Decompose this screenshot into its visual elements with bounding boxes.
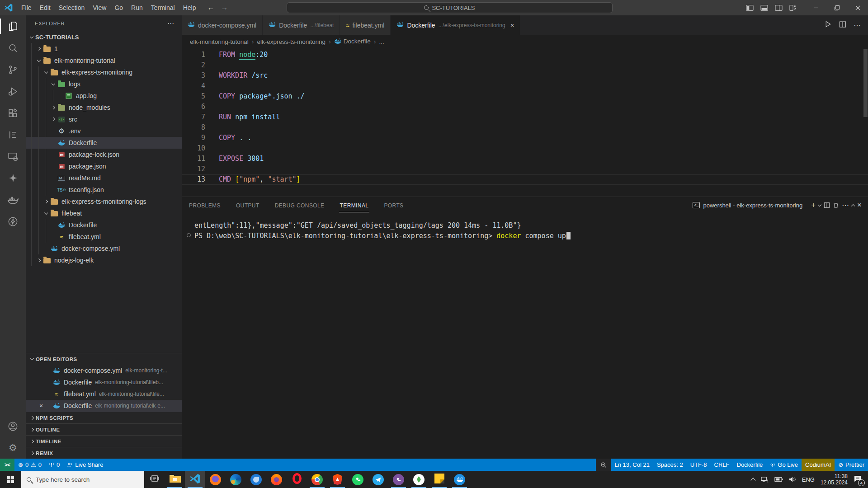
tree-item-dockerfile[interactable]: Dockerfile [26, 219, 182, 231]
live-share-button[interactable]: Live Share [63, 459, 107, 471]
explorer-more-icon[interactable]: ⋯ [167, 19, 175, 28]
panel-tab-ports[interactable]: PORTS [383, 198, 404, 212]
taskbar-telegram-icon[interactable] [368, 471, 388, 488]
menu-file[interactable]: File [17, 0, 36, 15]
status-spaces-2[interactable]: Spaces: 2 [653, 459, 687, 471]
close-panel-icon[interactable]: × [857, 201, 862, 210]
taskbar-sticky-notes-icon[interactable] [429, 471, 449, 488]
tree-item-elk-express-ts-monitoring[interactable]: elk-express-ts-monitoring [26, 66, 182, 78]
tree-item-elk-express-ts-monitoring-logs[interactable]: elk-express-ts-monitoring-logs [26, 196, 182, 207]
taskbar-docker-desktop-icon[interactable] [449, 471, 470, 488]
kill-terminal-icon[interactable] [833, 202, 839, 209]
activity-source-control-icon[interactable] [0, 59, 26, 80]
taskbar-viber-icon[interactable] [388, 471, 409, 488]
start-button[interactable] [0, 471, 21, 488]
remote-indicator[interactable]: >< [0, 459, 14, 471]
tree-item-package-json[interactable]: package.json [26, 160, 182, 172]
code-editor[interactable]: 1FROM node:2023WORKDIR /src45COPY packag… [182, 48, 868, 197]
activity-explorer-icon[interactable] [0, 15, 26, 37]
menu-go[interactable]: Go [110, 0, 127, 15]
tab-docker-compose.yml[interactable]: docker-compose.yml [182, 15, 263, 35]
tree-item--env[interactable]: ⚙.env [26, 125, 182, 137]
restore-button[interactable] [826, 0, 847, 15]
breadcrumb-item[interactable]: Dockerfile [334, 38, 371, 46]
taskbar-search[interactable]: Type here to search [21, 471, 144, 488]
tree-item-filebeat-yml[interactable]: ≈filebeat.yml [26, 231, 182, 243]
section-outline[interactable]: OUTLINE [26, 423, 182, 435]
activity-run-debug-icon[interactable] [0, 80, 26, 102]
taskbar-whatsapp-icon[interactable] [348, 471, 368, 488]
tree-item-tsconfig-json[interactable]: TS⚙tsconfig.json [26, 184, 182, 196]
tree-item-node-modules[interactable]: node_modules [26, 102, 182, 113]
tree-item-logs[interactable]: logs [26, 78, 182, 90]
menu-help[interactable]: Help [179, 0, 200, 15]
activity-settings-icon[interactable]: ⚙ [0, 437, 26, 459]
taskbar-task-view-icon[interactable] [144, 471, 165, 488]
panel-tab-terminal[interactable]: TERMINAL [339, 198, 370, 212]
activity-outline-icon[interactable] [0, 124, 26, 145]
toggle-secondary-sidebar-icon[interactable] [772, 1, 785, 14]
panel-tab-debug-console[interactable]: DEBUG CONSOLE [274, 198, 326, 212]
taskbar-privacy-browser-icon[interactable] [205, 471, 226, 488]
launch-profile-dropdown-icon[interactable] [818, 205, 821, 206]
panel-tab-output[interactable]: OUTPUT [235, 198, 260, 212]
forward-arrow-icon[interactable]: → [221, 4, 228, 12]
split-terminal-icon[interactable] [824, 202, 830, 208]
section-npm-scripts[interactable]: NPM SCRIPTS [26, 412, 182, 423]
close-button[interactable] [847, 0, 868, 15]
split-editor-icon[interactable] [839, 21, 846, 30]
activity-codium-icon[interactable] [0, 167, 26, 189]
section-timeline[interactable]: TIMELINE [26, 435, 182, 447]
open-editor-docker-compose.yml[interactable]: docker-compose.ymlelk-monitoring-t... [26, 365, 182, 376]
customize-layout-icon[interactable] [787, 1, 799, 14]
terminal-output[interactable]: entLength":11},"message":"GET /api/saved… [182, 213, 868, 459]
status-utf-8[interactable]: UTF-8 [687, 459, 711, 471]
language-indicator[interactable]: ENG [802, 476, 815, 483]
breadcrumb-item[interactable]: ... [379, 38, 384, 45]
tab-filebeat.yml[interactable]: ≈filebeat.yml [340, 15, 391, 35]
activity-account-icon[interactable] [0, 415, 26, 437]
ports-status[interactable]: 0 [45, 459, 63, 471]
terminal-instance-chip[interactable]: >_ powershell - elk-express-ts-monitorin… [693, 202, 802, 209]
tree-item-sc-tutorials[interactable]: SC-TUTORIALS [26, 31, 182, 43]
status-codiumai[interactable]: CodiumAI [802, 459, 835, 471]
tree-item-1[interactable]: 1 [26, 43, 182, 55]
status-go-live[interactable]: Go Live [766, 459, 802, 471]
menu-selection[interactable]: Selection [55, 0, 89, 15]
open-editors-header[interactable]: OPEN EDITORS [26, 353, 182, 365]
tab-dockerfile-elk-express-ts-monitoring[interactable]: Dockerfile...\elk-express-ts-monitoring× [391, 15, 520, 35]
taskbar-file-explorer-icon[interactable] [165, 471, 185, 488]
toggle-panel-icon[interactable] [758, 1, 770, 14]
taskbar-edge-icon[interactable] [226, 471, 246, 488]
status-dockerfile[interactable]: Dockerfile [733, 459, 767, 471]
minimize-button[interactable] [806, 0, 826, 15]
taskbar-opera-icon[interactable] [287, 471, 307, 488]
menu-view[interactable]: View [89, 0, 110, 15]
tree-item-readme-md[interactable]: M↓readMe.md [26, 172, 182, 184]
new-terminal-icon[interactable]: + [811, 201, 816, 210]
tree-item-filebeat[interactable]: filebeat [26, 207, 182, 219]
taskbar-chrome-icon[interactable] [307, 471, 327, 488]
problems-status[interactable]: ⊗0⚠0 [14, 459, 45, 471]
more-icon[interactable]: ⋯ [842, 201, 849, 210]
tab-dockerfile-filebeat[interactable]: Dockerfile...\filebeat [263, 15, 340, 35]
menu-terminal[interactable]: Terminal [147, 0, 179, 15]
status-ln-13-col-21[interactable]: Ln 13, Col 21 [611, 459, 653, 471]
status-crlf[interactable]: CRLF [711, 459, 733, 471]
menu-edit[interactable]: Edit [36, 0, 55, 15]
tree-item-dockerfile[interactable]: Dockerfile [26, 137, 182, 149]
command-center-search[interactable]: SC-TUTORIALS [287, 2, 613, 13]
notifications-icon[interactable]: 4 [854, 475, 862, 484]
open-editor-filebeat.yml[interactable]: ≈filebeat.ymlelk-monitoring-tutorial\fil… [26, 388, 182, 400]
tree-item-nodejs-log-elk[interactable]: nodejs-log-elk [26, 254, 182, 266]
battery-icon[interactable] [774, 477, 783, 482]
tree-item-package-lock-json[interactable]: package-lock.json [26, 149, 182, 160]
taskbar-firefox-icon[interactable] [266, 471, 287, 488]
run-icon[interactable] [824, 20, 832, 30]
close-icon[interactable]: × [39, 402, 43, 409]
activity-search-icon[interactable] [0, 37, 26, 59]
breadcrumb-item[interactable]: elk-monitoring-tutorial [190, 38, 249, 45]
more-icon[interactable]: ⋯ [854, 21, 861, 29]
activity-thunder-client-icon[interactable] [0, 211, 26, 232]
zoom-indicator[interactable] [596, 459, 611, 471]
